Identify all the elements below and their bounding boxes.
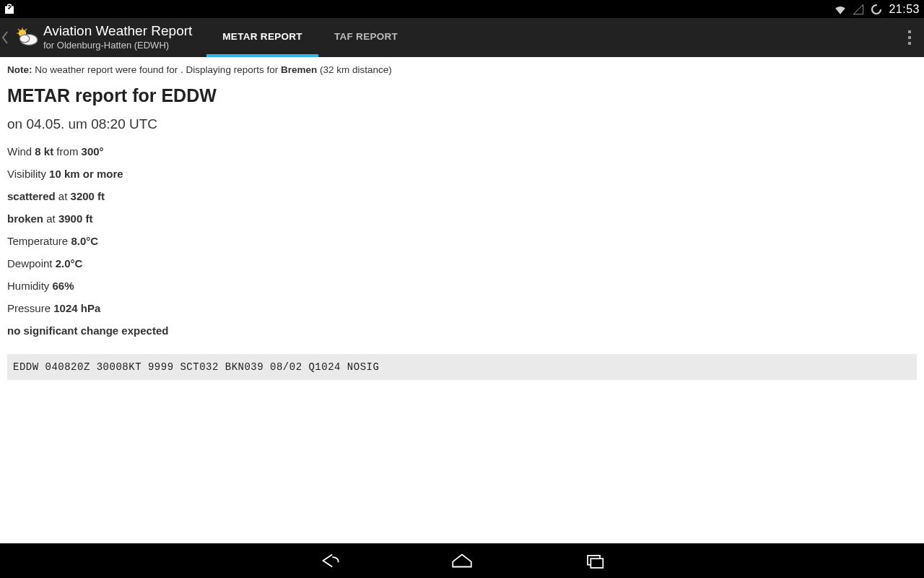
report-heading: METAR report for EDDW [7,85,917,106]
title-block[interactable]: Aviation Weather Report for Oldenburg-Ha… [43,18,202,57]
app-title: Aviation Weather Report [43,24,192,38]
loading-spinner-icon [870,3,883,16]
note-pre: No weather report were found for . Displ… [32,64,281,75]
visibility-value: 10 km or more [49,168,123,180]
cloud1-type: scattered [7,190,56,202]
tab-taf-report[interactable]: TAF REPORT [318,18,414,57]
cloud1-at: at [56,190,71,202]
wind-line: Wind 8 kt from 300° [7,145,917,158]
android-status-bar: 21:53 [0,0,924,18]
cloud1-alt: 3200 ft [71,190,105,202]
humidity-label: Humidity [7,280,53,292]
visibility-label: Visibility [7,168,49,180]
overflow-dots-icon [908,30,911,45]
trend-value: no significant change expected [7,324,168,337]
visibility-line: Visibility 10 km or more [7,168,917,180]
wind-from: from [53,145,81,158]
svg-point-0 [872,5,881,14]
cloud-line-1: scattered at 3200 ft [7,190,917,202]
note-label: Note: [7,64,32,75]
cloud2-type: broken [7,212,43,225]
overflow-menu-button[interactable] [895,18,924,57]
trend-line: no significant change expected [7,324,917,337]
app-action-bar: Aviation Weather Report for Oldenburg-Ha… [0,18,924,57]
wifi-icon [834,3,847,16]
report-content: Note: No weather report were found for .… [0,57,924,380]
nav-back-button[interactable] [317,551,341,570]
temperature-value: 8.0°C [71,235,98,247]
pressure-value: 1024 hPa [53,302,100,314]
cloud2-at: at [43,212,58,225]
nav-recent-button[interactable] [583,551,607,570]
tab-bar: METAR REPORT TAF REPORT [206,18,414,57]
temperature-line: Temperature 8.0°C [7,235,917,247]
dewpoint-value: 2.0°C [56,257,83,269]
humidity-line: Humidity 66% [7,280,917,292]
app-subtitle: for Oldenburg-Hatten (EDWH) [43,40,192,51]
tab-metar-report[interactable]: METAR REPORT [206,18,318,57]
note-line: Note: No weather report were found for .… [7,64,917,75]
cloud-line-2: broken at 3900 ft [7,212,917,225]
report-time: on 04.05. um 08:20 UTC [7,116,917,132]
cloud2-alt: 3900 ft [58,212,93,225]
temperature-label: Temperature [7,235,71,247]
pressure-line: Pressure 1024 hPa [7,302,917,314]
humidity-value: 66% [53,280,74,292]
note-station: Bremen [281,64,317,75]
app-icon[interactable] [10,18,43,57]
svg-point-7 [19,35,30,43]
wind-direction: 300° [82,145,104,158]
raw-metar: EDDW 040820Z 30008KT 9999 SCT032 BKN039 … [7,354,917,380]
pressure-label: Pressure [7,302,53,314]
notification-icon [3,3,16,16]
dewpoint-line: Dewpoint 2.0°C [7,257,917,269]
status-clock: 21:53 [889,3,920,16]
back-caret-icon[interactable] [0,18,10,57]
note-post: (32 km distance) [317,64,392,75]
dewpoint-label: Dewpoint [7,257,56,269]
nav-home-button[interactable] [450,551,474,570]
wind-label: Wind [7,145,35,158]
wind-speed: 8 kt [35,145,53,158]
android-nav-bar [0,543,924,578]
svg-rect-9 [590,558,603,568]
cell-signal-icon [853,4,864,15]
